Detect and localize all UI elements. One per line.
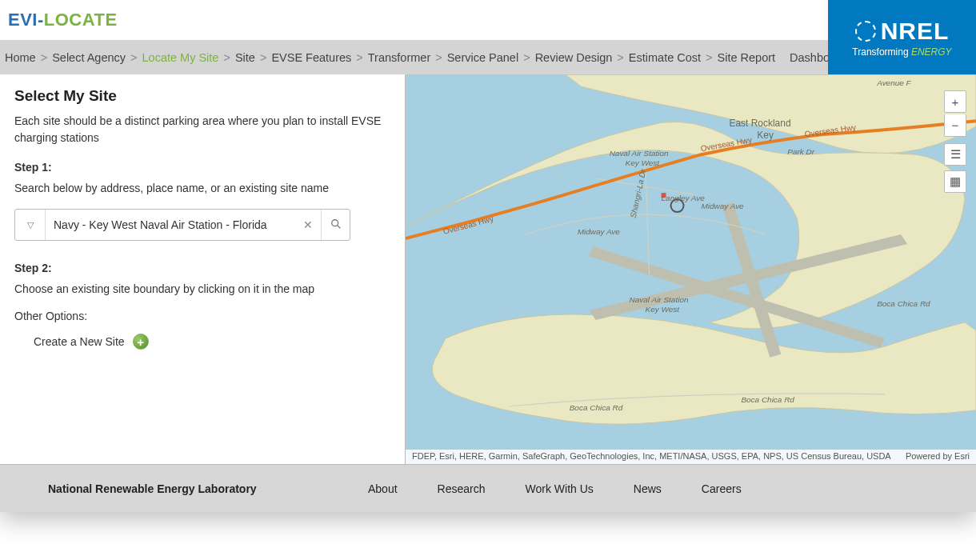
chevron-right-icon: > (706, 51, 712, 64)
nrel-brand-box[interactable]: NREL Transforming ENERGY (828, 0, 976, 74)
bc-service-panel[interactable]: Service Panel (447, 51, 518, 64)
search-box: ▽ ✕ (14, 209, 350, 241)
map-attr-left: FDEP, Esri, HERE, Garmin, SafeGraph, Geo… (412, 451, 891, 462)
logo-suffix: LOCATE (44, 10, 118, 30)
bc-home[interactable]: Home (5, 51, 36, 64)
nrel-name: NREL (881, 18, 950, 45)
bc-evse-features[interactable]: EVSE Features (271, 51, 351, 64)
step1-text: Search below by address, place name, or … (14, 182, 390, 194)
page-title: Select My Site (14, 87, 390, 105)
map-attribution: FDEP, Esri, HERE, Garmin, SafeGraph, Geo… (406, 450, 976, 464)
map-label-overseas1: Overseas Hwy (442, 214, 494, 236)
map-label-bocachica3: Boca Chica Rd (877, 299, 930, 308)
map-label-nas-bot2: Key West (646, 305, 681, 314)
chevron-right-icon: > (130, 51, 137, 64)
footer-link-careers[interactable]: Careers (702, 482, 742, 495)
bc-review-design[interactable]: Review Design (535, 51, 613, 64)
map-label-park-dr: Park Dr (787, 147, 814, 156)
bc-transformer[interactable]: Transformer (368, 51, 430, 64)
search-submit-button[interactable] (321, 210, 350, 240)
chevron-right-icon: > (435, 51, 442, 64)
content-row: Select My Site Each site should be a dis… (0, 74, 976, 464)
create-site-row: Create a New Site + (14, 334, 390, 350)
map-label-erk2: Key (757, 130, 774, 141)
step1-label: Step 1: (14, 161, 390, 174)
map-zoom-out-button[interactable]: − (944, 114, 966, 137)
map-label-midway2: Midway Ave (701, 202, 744, 210)
chevron-right-icon: > (41, 51, 47, 64)
create-site-button[interactable]: + (133, 334, 149, 350)
footer-link-work[interactable]: Work With Us (526, 482, 594, 495)
other-options-label: Other Options: (14, 310, 390, 322)
map-label-avenue-f: Avenue F (876, 78, 911, 87)
left-panel: Select My Site Each site should be a dis… (0, 74, 405, 464)
footer-link-news[interactable]: News (634, 482, 662, 495)
map-panel[interactable]: Naval Air Station Key West Naval Air Sta… (405, 74, 976, 464)
bc-select-agency[interactable]: Select Agency (52, 51, 126, 64)
layers-icon: ☰ (950, 147, 961, 162)
chevron-right-icon: > (617, 51, 623, 64)
map-layers-button[interactable]: ☰ (944, 143, 966, 166)
nrel-tagline: Transforming ENERGY (852, 46, 951, 58)
chevron-right-icon: > (223, 51, 230, 64)
map-label-midway: Midway Ave (578, 227, 621, 236)
nrel-tagline-em: ENERGY (911, 46, 952, 58)
map-label-nas-top2: Key West (626, 158, 661, 167)
search-clear-button[interactable]: ✕ (295, 210, 321, 240)
chevron-right-icon: > (523, 51, 530, 64)
search-input[interactable] (46, 210, 295, 240)
page-desc: Each site should be a distinct parking a… (14, 113, 390, 146)
close-icon: ✕ (303, 218, 313, 231)
map-basemap-button[interactable]: ▦ (944, 170, 966, 193)
svg-line-1 (337, 225, 340, 228)
map-canvas[interactable]: Naval Air Station Key West Naval Air Sta… (406, 74, 976, 464)
chevron-right-icon: > (260, 51, 266, 64)
bc-site[interactable]: Site (235, 51, 255, 64)
map-label-nas-bot1: Naval Air Station (630, 295, 689, 304)
footer-link-research[interactable]: Research (438, 482, 486, 495)
minus-icon: − (952, 118, 959, 132)
create-site-link[interactable]: Create a New Site (34, 335, 125, 348)
map-label-bocachica1: Boca Chica Rd (570, 403, 623, 412)
bc-estimate-cost[interactable]: Estimate Cost (629, 51, 701, 64)
step2-text: Choose an existing site boundary by clic… (14, 282, 390, 295)
map-label-bocachica2: Boca Chica Rd (741, 395, 794, 404)
plus-icon: + (137, 335, 144, 349)
footer: National Renewable Energy Laboratory Abo… (0, 464, 976, 512)
nrel-sun-icon (855, 21, 876, 42)
chevron-down-icon: ▽ (27, 220, 34, 230)
nrel-tagline-pre: Transforming (852, 46, 911, 58)
footer-link-about[interactable]: About (368, 482, 398, 495)
map-zoom-in-button[interactable]: + (944, 90, 966, 113)
search-icon (330, 218, 342, 232)
chevron-right-icon: > (356, 51, 362, 64)
footer-links: About Research Work With Us News Careers (368, 482, 742, 495)
bc-site-report[interactable]: Site Report (718, 51, 776, 64)
search-dropdown-toggle[interactable]: ▽ (15, 210, 46, 240)
svg-point-0 (331, 219, 338, 226)
map-label-langley: Langley Ave (662, 194, 706, 202)
footer-org-name: National Renewable Energy Laboratory (16, 482, 368, 495)
step2-label: Step 2: (14, 262, 390, 274)
grid-icon: ▦ (950, 174, 961, 189)
nrel-logo-row: NREL (855, 18, 950, 45)
map-attr-right[interactable]: Powered by Esri (906, 451, 970, 462)
map-label-erk1: East Rockland (729, 118, 790, 129)
plus-icon: + (952, 95, 959, 109)
map-label-nas-top1: Naval Air Station (610, 149, 669, 158)
bc-locate-my-site[interactable]: Locate My Site (142, 51, 219, 64)
logo-prefix: EVI- (8, 10, 44, 30)
